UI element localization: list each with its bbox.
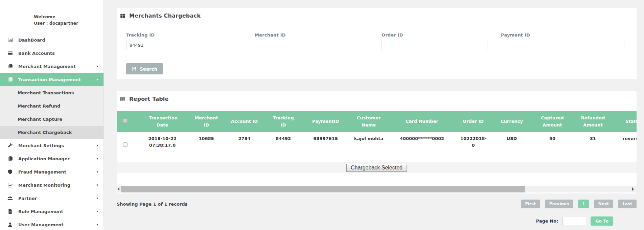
chevron-down-icon: ▾ [96,223,98,226]
th-large-icon [120,13,125,19]
sidebar-item-partner[interactable]: Partner ▾ [0,192,104,205]
cell-customer-name: kajol mehta [352,132,386,160]
files-icon [7,64,13,69]
sidebar-item-merchant-management[interactable]: Merchant Management ▾ [0,60,104,73]
sidebar-item-label: DashBoard [18,38,45,43]
sidebar-item-label: Rule Management [18,209,63,214]
merchant-id-field-group: Merchant ID [255,32,368,50]
first-page-button[interactable]: First [521,200,540,208]
file-text-icon [7,209,13,214]
col-order-id: Order ID [458,111,488,132]
search-button-label: Search [140,66,157,72]
sidebar-item-label: Merchant Monitoring [18,183,70,188]
sidebar-item-user-management[interactable]: User Management ▾ [0,218,104,230]
page-header: Merchants Chargeback [120,13,637,19]
files-icon [7,77,13,82]
subitem-label: Merchant Refund [18,104,60,109]
tracking-id-input[interactable] [126,40,241,50]
chargeback-selected-button[interactable]: Chargeback Selected [346,164,407,172]
search-button[interactable]: Search [126,63,163,74]
page-no-input[interactable] [562,217,586,225]
sidebar-item-fraud-management[interactable]: Fraud Management ▾ [0,165,104,179]
sidebar-subitem-merchant-capture[interactable]: Merchant Capture [0,113,104,126]
col-account-id: Account ID [222,111,267,132]
merchant-id-input[interactable] [255,40,368,50]
col-tracking-id: Tracking ID [267,111,299,132]
cell-refunded-amount: 31 [569,132,617,160]
sidebar-item-label: Partner [18,196,37,201]
current-page-button[interactable]: 1 [578,200,589,208]
col-captured-amount: Captured Amount [535,111,569,132]
order-id-label: Order ID [382,32,487,38]
next-page-button[interactable]: Next [594,200,614,208]
page-no-label: Page No: [536,218,558,224]
cell-transaction-date: 2018-10-22 07:38:17.0 [134,132,191,160]
cell-merchant-id: 10685 [191,132,222,160]
scroll-left-icon[interactable] [118,187,119,191]
sidebar-item-merchant-monitoring[interactable]: Merchant Monitoring ▾ [0,179,104,192]
sidebar-item-transaction-management[interactable]: Transaction Management ▾ [0,73,104,86]
cell-status: reversed [617,132,637,160]
chevron-down-icon: ▾ [96,78,98,81]
col-transaction-date: Transaction Date [134,111,191,132]
chevron-down-icon: ▾ [96,144,98,147]
report-table: Transaction Date Merchant ID Account ID … [117,111,637,159]
sidebar-item-bank-accounts[interactable]: Bank Accounts [0,47,104,60]
chevron-down-icon: ▾ [96,157,98,160]
sidebar-item-rule-management[interactable]: Rule Management ▾ [0,205,104,218]
chevron-down-icon: ▾ [96,183,98,187]
save-icon [132,67,137,71]
cell-currency: USD [488,132,535,160]
merchant-id-label: Merchant ID [255,32,368,38]
welcome-text: Welcome [34,14,104,20]
sidebar-subitem-merchant-refund[interactable]: Merchant Refund [0,99,104,113]
chevron-down-icon: ▾ [96,197,98,200]
table-icon [120,96,125,102]
sidebar-item-merchant-settings[interactable]: Merchant Settings ▾ [0,139,104,152]
col-merchant-id: Merchant ID [191,111,222,132]
search-card: Merchants Chargeback Tracking ID Merchan… [117,8,637,79]
sidebar-subitem-merchant-chargeback[interactable]: Merchant Chargeback [0,126,104,139]
tracking-id-field-group: Tracking ID [126,32,241,50]
row-checkbox[interactable] [123,142,128,147]
payment-id-input[interactable] [501,40,624,50]
sidebar-nav: DashBoard Bank Accounts Merchant Managem… [0,33,104,230]
subitem-label: Merchant Chargeback [18,130,72,135]
credit-card-icon [7,50,13,56]
sidebar-item-application-manager[interactable]: Application Manager ▾ [0,152,104,165]
users-icon [7,196,13,201]
pagination-row: Showing Page 1 of 1 records First Previo… [117,200,637,208]
sidebar-item-label: Application Manager [18,156,70,161]
search-form: Tracking ID Merchant ID Order ID Payment… [126,32,627,50]
previous-page-button[interactable]: Previous [545,200,574,208]
order-id-input[interactable] [382,40,487,50]
cell-card-number: 400000******0002 [386,132,458,160]
col-customer-name: Customer Name [352,111,386,132]
sidebar-item-label: Merchant Management [18,64,76,69]
shield-icon [7,169,13,175]
sidebar-item-dashboard[interactable]: DashBoard [0,33,104,47]
sidebar: Welcome User : docspartner DashBoard Ban… [0,0,104,230]
user-icon [7,222,13,227]
bar-chart-icon [7,37,13,43]
col-refunded-amount: Refunded Amount [569,111,617,132]
scrollbar-thumb[interactable] [121,186,525,192]
pagination-controls: First Previous 1 Next Last [521,200,637,208]
last-page-button[interactable]: Last [618,200,637,208]
chevron-down-icon: ▾ [96,170,98,174]
scroll-right-icon[interactable] [632,187,634,191]
chargeback-action-row: Chargeback Selected [117,162,637,173]
goto-button[interactable]: Go To [591,216,613,226]
report-title: Report Table [129,96,169,102]
horizontal-scrollbar[interactable] [117,186,637,192]
page-title: Merchants Chargeback [129,13,201,19]
payment-id-label: Payment ID [501,32,624,38]
report-header: Report Table [120,96,637,102]
report-table-wrap: Transaction Date Merchant ID Account ID … [117,111,637,159]
sidebar-subitem-merchant-transactions[interactable]: Merchant Transactions [0,86,104,99]
table-header-row: Transaction Date Merchant ID Account ID … [117,111,637,132]
welcome-user: User : docspartner [34,20,104,26]
line-chart-icon [7,182,13,188]
select-all-checkbox[interactable] [123,118,128,123]
col-status: Status [617,111,637,132]
